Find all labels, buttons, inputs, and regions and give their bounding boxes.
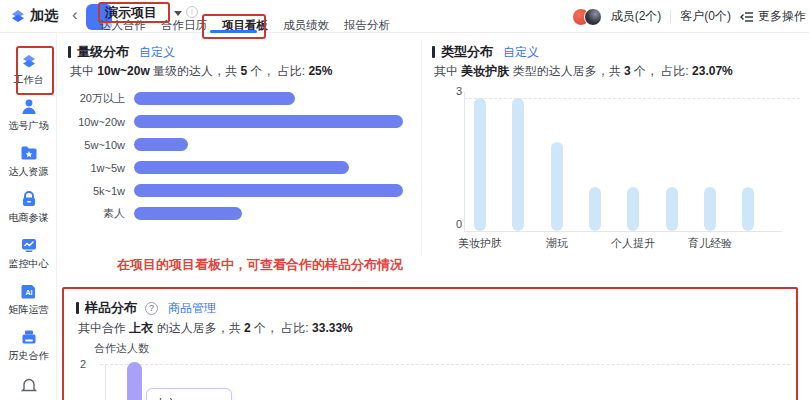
members-count-button[interactable]: 成员(2个) [611,8,662,25]
more-actions-button[interactable]: 更多操作 [740,8,806,25]
notification-bell-icon[interactable] [0,376,57,394]
sidebar-item-history[interactable]: 历史合作 [0,322,57,368]
gridline-dashed [100,364,790,365]
sidebar-item-label: 历史合作 [9,349,49,363]
type-category-label: 育儿经验 [680,236,740,251]
level-category-label: 5w~10w [68,139,125,151]
app-logo-text: 加选 [30,7,58,25]
person-icon [19,97,39,117]
type-bar[interactable] [589,187,601,231]
level-bar-row: 20万以上 [68,87,403,110]
sidebar-item-plaza[interactable]: 选号广场 [0,92,57,138]
type-bar[interactable] [742,187,754,231]
y-axis-tick: 3 [450,85,462,97]
top-bar: 加选 ‹ 演示项目 i 达人合作 合作日历 项目看板 成员绩效 报告分析 成员(… [0,0,809,33]
level-distribution-chart: 20万以上10w~20w5w~10w1w~5w5k~1w素人 [68,87,403,225]
level-bar[interactable] [134,115,403,128]
level-category-label: 10w~20w [68,116,125,128]
level-bar-row: 1w~5w [68,156,403,179]
type-category-label: 个人提升 [603,236,663,251]
level-bar-row: 5w~10w [68,133,403,156]
printer-icon [19,327,39,347]
level-bar-row: 素人 [68,202,403,225]
sidebar-item-label: 工作台 [14,73,44,87]
title-tick [432,46,435,58]
level-panel-title: 量级分布 [77,43,129,61]
type-bar[interactable] [551,142,563,231]
member-avatars[interactable] [572,8,602,26]
type-category-label: 潮玩 [527,236,587,251]
sample-y-axis-tick: 2 [74,358,86,370]
level-panel-header: 量级分布 自定义 [68,43,175,61]
tab-talent-cooperation[interactable]: 达人合作 [100,18,146,33]
sample-y-axis-title: 合作达人数 [94,341,149,356]
level-category-label: 5k~1w [68,185,125,197]
help-icon[interactable]: ? [145,302,158,315]
monitor-chart-icon [19,235,39,255]
tab-cooperation-calendar[interactable]: 合作日历 [161,18,207,33]
avatar [584,8,602,26]
level-customize-link[interactable]: 自定义 [139,44,175,61]
title-tick [68,46,71,58]
title-tick [76,302,79,314]
clients-count-button[interactable]: 客户(0个) [680,8,731,25]
level-bar[interactable] [134,161,349,174]
more-actions-label: 更多操作 [758,8,806,25]
level-bar-row: 10w~20w [68,110,403,133]
level-bar[interactable] [134,184,403,197]
workbench-icon [19,51,39,71]
info-icon[interactable]: i [186,6,198,18]
back-chevron-icon[interactable]: ‹ [72,5,78,25]
panel-divider [421,40,422,255]
y-axis-line [464,92,465,231]
level-panel-subtitle: 其中 10w~20w 量级的达人，共 5 个， 占比: 25% [70,63,332,80]
type-bar[interactable] [512,98,524,231]
left-sidebar: 工作台 选号广场 达人资源 电商参谋 [0,33,57,400]
lock-icon [19,189,39,209]
level-category-label: 1w~5w [68,162,125,174]
folder-star-icon [19,143,39,163]
sidebar-item-workbench[interactable]: 工作台 [0,46,57,92]
type-bar[interactable] [704,187,716,231]
type-panel-subtitle: 其中 美妆护肤 类型的达人居多，共 3 个， 占比: 23.07% [434,63,733,80]
y-axis-tick: 0 [450,218,462,230]
sample-panel-header: 样品分布 ? 商品管理 [76,299,216,317]
sample-bar[interactable] [127,362,142,400]
divider [670,10,671,23]
active-tab-underline [210,30,257,33]
topbar-right: 成员(2个) 客户(0个) 更多操作 [572,0,806,33]
sidebar-item-label: 监控中心 [9,257,49,271]
tab-member-performance[interactable]: 成员绩效 [283,18,329,33]
level-bar[interactable] [134,138,188,151]
level-category-label: 素人 [68,206,125,221]
level-bar[interactable] [134,92,295,105]
type-category-label: 美妆护肤 [450,236,510,251]
sample-panel-title: 样品分布 [85,299,137,317]
goods-management-link[interactable]: 商品管理 [168,300,216,317]
type-distribution-chart: 3 0 美妆护肤潮玩个人提升育儿经验 [450,85,805,250]
ai-badge-icon: AI [19,281,39,301]
y-axis-line [105,364,106,400]
type-bar[interactable] [627,187,639,231]
app-logo[interactable]: 加选 [10,7,58,25]
type-customize-link[interactable]: 自定义 [503,44,539,61]
sample-panel-subtitle: 其中合作 上衣 的达人居多，共 2 个， 占比: 33.33% [78,320,353,337]
sidebar-item-monitoring[interactable]: 监控中心 [0,230,57,276]
sidebar-item-label: 达人资源 [9,165,49,179]
chevron-down-icon[interactable] [174,11,182,16]
type-panel-title: 类型分布 [441,43,493,61]
type-bar[interactable] [474,98,486,231]
x-axis-line [464,231,782,232]
app-logo-icon [10,8,26,24]
level-bar[interactable] [134,207,242,220]
tab-report-analysis[interactable]: 报告分析 [344,18,390,33]
svg-text:AI: AI [25,289,32,296]
sidebar-item-label: 矩阵运营 [9,303,49,317]
sidebar-item-label: 选号广场 [9,119,49,133]
sidebar-item-ecommerce[interactable]: 电商参谋 [0,184,57,230]
sidebar-item-talent-resources[interactable]: 达人资源 [0,138,57,184]
level-category-label: 20万以上 [68,91,125,106]
level-bar-row: 5k~1w [68,179,403,202]
sidebar-item-matrix[interactable]: AI 矩阵运营 [0,276,57,322]
type-bar[interactable] [666,187,678,231]
